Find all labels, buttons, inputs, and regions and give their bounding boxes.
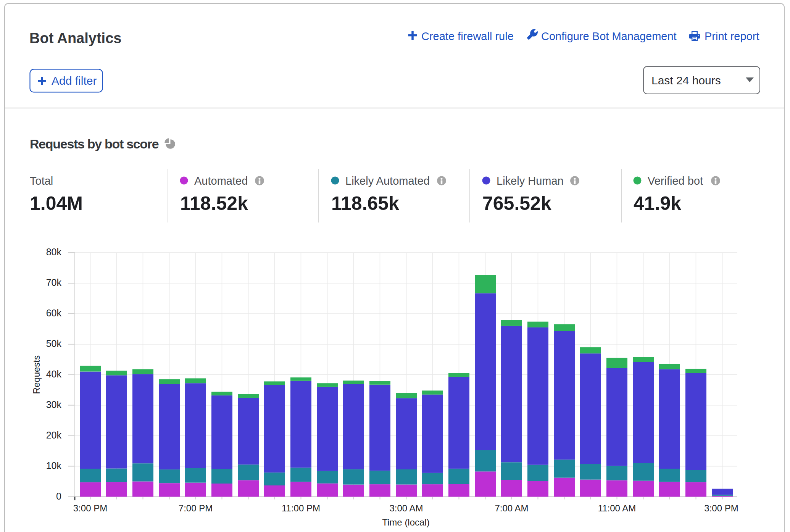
- svg-text:1.04M: 1.04M: [30, 193, 83, 214]
- svg-text:11:00 AM: 11:00 AM: [598, 503, 636, 513]
- svg-text:7:00 PM: 7:00 PM: [179, 503, 213, 513]
- svg-text:11:00 PM: 11:00 PM: [282, 503, 320, 513]
- svg-text:3:00 PM: 3:00 PM: [704, 503, 738, 513]
- svg-text:20k: 20k: [46, 430, 62, 440]
- svg-text:41.9k: 41.9k: [634, 193, 681, 214]
- svg-text:70k: 70k: [46, 277, 62, 288]
- svg-text:Requests by bot score: Requests by bot score: [30, 137, 159, 151]
- svg-text:50k: 50k: [46, 338, 62, 349]
- svg-text:118.65k: 118.65k: [331, 193, 399, 214]
- svg-text:60k: 60k: [46, 308, 62, 318]
- svg-text:118.52k: 118.52k: [180, 193, 248, 214]
- svg-text:Time (local): Time (local): [382, 517, 429, 527]
- svg-text:Bot Analytics: Bot Analytics: [29, 30, 121, 46]
- svg-text:10k: 10k: [46, 460, 62, 471]
- svg-text:80k: 80k: [46, 247, 62, 257]
- svg-text:Likely Automated: Likely Automated: [345, 175, 430, 187]
- svg-text:Print report: Print report: [705, 30, 759, 42]
- svg-text:0: 0: [56, 491, 61, 501]
- svg-text:Automated: Automated: [194, 175, 248, 187]
- svg-text:7:00 AM: 7:00 AM: [495, 503, 528, 513]
- svg-text:Total: Total: [30, 175, 53, 187]
- svg-text:765.52k: 765.52k: [482, 193, 551, 214]
- svg-text:Verified bot: Verified bot: [648, 175, 703, 187]
- svg-text:Configure Bot Management: Configure Bot Management: [541, 30, 677, 42]
- svg-text:Create firewall rule: Create firewall rule: [421, 30, 514, 42]
- svg-text:30k: 30k: [46, 399, 62, 410]
- svg-text:40k: 40k: [46, 369, 62, 379]
- svg-text:Likely Human: Likely Human: [497, 175, 564, 187]
- svg-text:3:00 PM: 3:00 PM: [73, 503, 107, 513]
- svg-text:3:00 AM: 3:00 AM: [389, 503, 423, 513]
- svg-text:Requests: Requests: [31, 355, 42, 394]
- svg-text:Last 24 hours: Last 24 hours: [651, 74, 721, 87]
- svg-text:Add filter: Add filter: [52, 74, 97, 87]
